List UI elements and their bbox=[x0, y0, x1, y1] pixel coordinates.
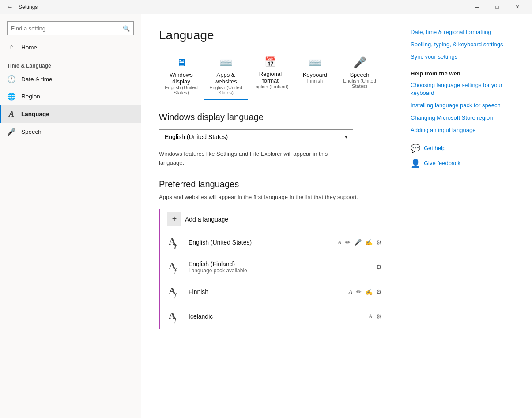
lang-name-icelandic: Icelandic bbox=[189, 313, 363, 320]
svg-text:ƒ: ƒ bbox=[174, 317, 177, 324]
display-lang-dropdown[interactable]: English (United States) ▾ bbox=[159, 129, 353, 144]
sidebar-item-region[interactable]: 🌐 Region bbox=[0, 88, 141, 105]
svg-text:ƒ: ƒ bbox=[174, 267, 177, 274]
rp-link-datetime[interactable]: Date, time & regional formatting bbox=[411, 28, 521, 36]
svg-text:ƒ: ƒ bbox=[174, 292, 177, 299]
sidebar: 🔍 ⌂ Home Time & Language 🕐 Date & time 🌐… bbox=[0, 14, 141, 418]
regional-format-label: Regional format bbox=[252, 71, 289, 84]
dropdown-arrow-icon: ▾ bbox=[345, 134, 347, 140]
lang-item-icelandic[interactable]: A ƒ Icelandic 𝐴 ⚙ bbox=[167, 304, 382, 329]
lang-caps-english-us: 𝐴 ✏ 🎤 ✍ ⚙ bbox=[338, 238, 382, 246]
speech-icon: 🎤 bbox=[7, 128, 16, 136]
datetime-icon: 🕐 bbox=[7, 75, 16, 83]
cap-pen-icon: ✍ bbox=[365, 239, 373, 246]
app-container: 🔍 ⌂ Home Time & Language 🕐 Date & time 🌐… bbox=[0, 14, 532, 418]
language-icon: A bbox=[7, 109, 16, 119]
titlebar: ← Settings ─ □ ✕ bbox=[0, 0, 532, 14]
lang-icon-english-us: A ƒ bbox=[167, 234, 183, 250]
sidebar-item-datetime-label: Date & time bbox=[21, 76, 53, 83]
give-feedback-action[interactable]: 👤 Give feedback bbox=[411, 158, 521, 168]
lang-info-english-us: English (United States) bbox=[189, 239, 332, 246]
lang-item-english-fi[interactable]: A ƒ English (Finland) Language pack avai… bbox=[167, 255, 382, 279]
lang-sub-english-fi: Language pack available bbox=[189, 267, 371, 274]
give-feedback-icon: 👤 bbox=[411, 158, 420, 168]
cap-settings-is-icon: ⚙ bbox=[376, 313, 382, 320]
lang-icon-english-fi: A ƒ bbox=[167, 259, 183, 275]
keyboard-sublabel: Finnish bbox=[307, 78, 323, 83]
cap-mic-icon: 🎤 bbox=[354, 239, 362, 246]
apps-websites-label: Apps & websites bbox=[207, 72, 245, 85]
regional-format-icon: 📅 bbox=[264, 56, 276, 68]
lang-icon-finnish: A ƒ bbox=[167, 284, 183, 300]
back-button[interactable]: ← bbox=[4, 2, 15, 12]
rp-link-spelling[interactable]: Spelling, typing, & keyboard settings bbox=[411, 41, 521, 49]
add-language-button[interactable]: + Add a language bbox=[167, 209, 382, 230]
sidebar-item-language-label: Language bbox=[21, 111, 49, 117]
display-lang-description: Windows features like Settings and File … bbox=[159, 150, 353, 167]
quick-link-regional-format[interactable]: 📅 Regional format English (Finland) bbox=[248, 53, 293, 100]
sidebar-item-datetime[interactable]: 🕐 Date & time bbox=[0, 71, 141, 88]
speech-ql-label: Speech bbox=[350, 72, 369, 78]
lang-item-finnish[interactable]: A ƒ Finnish 𝐴 ✏ ✍ ⚙ bbox=[167, 279, 382, 304]
sidebar-item-home[interactable]: ⌂ Home bbox=[0, 39, 141, 56]
sidebar-item-speech[interactable]: 🎤 Speech bbox=[0, 123, 141, 140]
lang-caps-icelandic: 𝐴 ⚙ bbox=[369, 313, 382, 320]
sidebar-item-home-label: Home bbox=[21, 44, 37, 51]
close-button[interactable]: ✕ bbox=[507, 0, 528, 14]
cap-pen-fi-icon: ✍ bbox=[365, 288, 373, 295]
rp-help-title: Help from the web bbox=[411, 70, 521, 77]
give-feedback-label[interactable]: Give feedback bbox=[424, 160, 460, 166]
apps-websites-icon: ⌨️ bbox=[219, 56, 233, 69]
main-content: Language 🖥 Windows display English (Unit… bbox=[141, 14, 400, 418]
rp-link-changing-region[interactable]: Changing Microsoft Store region bbox=[411, 114, 521, 122]
apps-websites-sublabel: English (United States) bbox=[207, 85, 245, 95]
sidebar-section-label: Time & Language bbox=[0, 56, 141, 71]
lang-name-finnish: Finnish bbox=[189, 288, 343, 295]
rp-link-sync[interactable]: Sync your settings bbox=[411, 53, 521, 61]
get-help-action[interactable]: 💬 Get help bbox=[411, 143, 521, 153]
right-panel: Date, time & regional formatting Spellin… bbox=[400, 14, 532, 418]
lang-info-english-fi: English (Finland) Language pack availabl… bbox=[189, 260, 371, 274]
window-controls: ─ □ ✕ bbox=[467, 0, 528, 14]
cap-settings-fi2-icon: ⚙ bbox=[376, 288, 382, 295]
sidebar-item-language[interactable]: A Language bbox=[0, 105, 141, 123]
cap-handwriting-icon: ✏ bbox=[345, 239, 351, 246]
maximize-button[interactable]: □ bbox=[487, 0, 507, 14]
cap-speech-is-icon: 𝐴 bbox=[369, 313, 373, 320]
quick-link-windows-display[interactable]: 🖥 Windows display English (United States… bbox=[159, 53, 204, 100]
lang-item-english-us[interactable]: A ƒ English (United States) 𝐴 ✏ 🎤 ✍ ⚙ bbox=[167, 230, 382, 255]
add-language-label: Add a language bbox=[185, 216, 228, 223]
preferred-title: Preferred languages bbox=[159, 179, 382, 189]
cap-handwriting-fi-icon: ✏ bbox=[356, 288, 362, 295]
lang-name-english-us: English (United States) bbox=[189, 239, 332, 246]
search-box[interactable]: 🔍 bbox=[7, 21, 134, 35]
get-help-label[interactable]: Get help bbox=[424, 145, 445, 151]
lang-info-icelandic: Icelandic bbox=[189, 313, 363, 320]
get-help-icon: 💬 bbox=[411, 143, 420, 153]
search-input[interactable] bbox=[11, 25, 123, 32]
quick-link-speech[interactable]: 🎤 Speech English (United States) bbox=[337, 53, 382, 100]
quick-link-apps-websites[interactable]: ⌨️ Apps & websites English (United State… bbox=[204, 53, 248, 100]
preferred-languages-section: Preferred languages Apps and websites wi… bbox=[159, 179, 382, 329]
windows-display-sublabel: English (United States) bbox=[162, 85, 200, 95]
lang-name-english-fi: English (Finland) bbox=[189, 260, 371, 267]
keyboard-label: Keyboard bbox=[303, 72, 328, 78]
sidebar-item-speech-label: Speech bbox=[21, 128, 42, 135]
windows-display-label: Windows display bbox=[162, 72, 200, 85]
minimize-button[interactable]: ─ bbox=[467, 0, 487, 14]
rp-link-installing-pack[interactable]: Installing language pack for speech bbox=[411, 102, 521, 109]
sidebar-item-region-label: Region bbox=[21, 93, 40, 100]
regional-format-sublabel: English (Finland) bbox=[252, 84, 289, 89]
region-icon: 🌐 bbox=[7, 92, 16, 101]
rp-link-choosing-lang[interactable]: Choosing language settings for your keyb… bbox=[411, 81, 521, 97]
lang-caps-english-fi: ⚙ bbox=[376, 264, 382, 271]
preferred-desc: Apps and websites will appear in the fir… bbox=[159, 193, 382, 202]
lang-caps-finnish: 𝐴 ✏ ✍ ⚙ bbox=[349, 288, 382, 295]
windows-display-icon: 🖥 bbox=[176, 56, 187, 69]
window-title: Settings bbox=[19, 4, 467, 10]
home-icon: ⌂ bbox=[7, 43, 16, 51]
svg-text:ƒ: ƒ bbox=[174, 243, 177, 249]
speech-ql-sublabel: English (United States) bbox=[341, 78, 378, 89]
rp-link-adding-input[interactable]: Adding an input language bbox=[411, 126, 521, 134]
quick-link-keyboard[interactable]: ⌨️ Keyboard Finnish bbox=[293, 53, 337, 100]
